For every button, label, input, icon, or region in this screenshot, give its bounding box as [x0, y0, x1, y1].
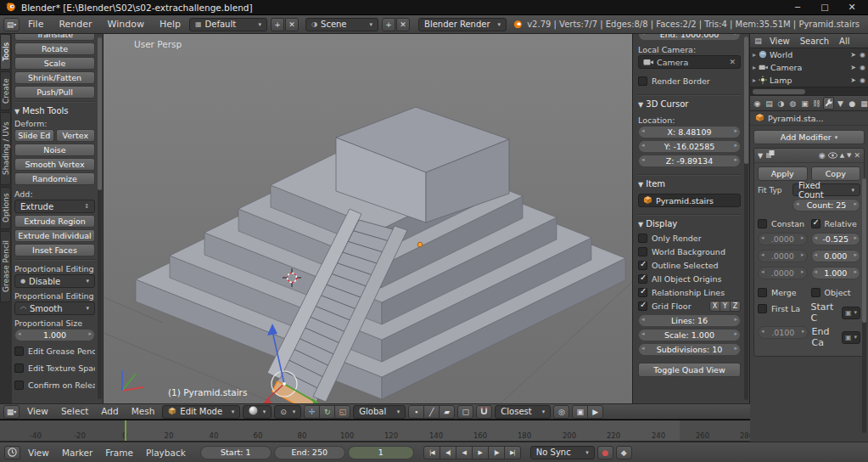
sync-mode-select[interactable]: No Sync▾	[530, 446, 595, 459]
mode-select[interactable]: Edit Mode▾	[162, 405, 240, 419]
relative-y-field[interactable]: 0.000	[811, 250, 861, 262]
add-layout-button[interactable]: +	[271, 18, 284, 31]
relative-z-field[interactable]: 1.000	[811, 267, 861, 279]
outliner-scrollbar[interactable]	[750, 87, 868, 95]
menu-file[interactable]: File	[21, 16, 50, 33]
mesh-tools-panel-header[interactable]: ▼ Mesh Tools	[14, 105, 95, 118]
rotate-manipulator-icon[interactable]: ↻	[319, 405, 335, 419]
collapse-icon[interactable]: ▼	[758, 152, 763, 160]
delete-scene-button[interactable]: ✕	[396, 18, 410, 31]
render-visibility-icon[interactable]: ◉	[819, 151, 826, 160]
view3d-menu-mesh[interactable]: Mesh	[126, 404, 160, 419]
next-keyframe-button[interactable]: |▶	[488, 446, 505, 459]
relationship-lines-checkbox[interactable]: Relationship Lines	[638, 285, 741, 299]
minimize-button[interactable]: ─	[787, 1, 809, 14]
editor-type-icon[interactable]: ▤▾	[3, 18, 20, 31]
checkbox[interactable]	[638, 76, 647, 86]
noise-button[interactable]: Noise	[14, 144, 95, 156]
render-engine-select[interactable]: Blender Render▾	[418, 18, 507, 31]
modifier-panel-header[interactable]: ▼ ◉ ▲ ▼ ✕	[754, 149, 864, 163]
inset-faces-button[interactable]: Inset Faces	[14, 244, 95, 256]
outliner-item-lamp[interactable]: ▸ Lamp ➤◉	[750, 74, 868, 87]
tab-material[interactable]: ●	[847, 97, 858, 110]
menu-window[interactable]: Window	[101, 16, 151, 33]
select-icon[interactable]: ➤	[850, 76, 856, 84]
menu-render[interactable]: Render	[52, 16, 98, 33]
scale-manipulator-icon[interactable]: ◱	[334, 405, 350, 419]
frame-end-field[interactable]: End:250	[274, 446, 345, 459]
scale-button[interactable]: Scale	[14, 57, 95, 70]
expand-icon[interactable]: ▸	[753, 51, 756, 59]
constant-x-field[interactable]: .0000	[758, 233, 808, 245]
tab-constraints[interactable]: ⛓	[811, 97, 822, 110]
vertex-select-icon[interactable]: ∙	[408, 405, 424, 419]
frame-start-field[interactable]: Start:1	[200, 446, 272, 459]
confirm-on-release-checkbox[interactable]: Confirm on Release	[14, 378, 95, 392]
delete-modifier-icon[interactable]: ✕	[854, 151, 860, 160]
timeline-menu-frame[interactable]: Frame	[100, 445, 138, 460]
count-field[interactable]: Count:25	[792, 199, 860, 211]
breadcrumb-object-name[interactable]: Pyramid.sta...	[768, 114, 824, 123]
snap-element-select[interactable]: Closest▾	[495, 405, 551, 419]
timeline-menu-marker[interactable]: Marker	[57, 445, 98, 460]
checkbox[interactable]	[14, 346, 24, 356]
copy-button[interactable]: Copy	[811, 166, 861, 181]
render-toggle-icon[interactable]: ◉	[860, 76, 865, 84]
prev-keyframe-button[interactable]: ◀|	[440, 446, 456, 459]
checkbox[interactable]	[14, 363, 24, 373]
proportional-falloff-select[interactable]: ◠ Smooth▾	[14, 301, 95, 315]
proportional-size-field[interactable]: 1.000	[14, 329, 95, 341]
outliner-editor-icon[interactable]: ▤	[753, 35, 764, 48]
tab-modifiers[interactable]	[823, 97, 834, 110]
cursor-z-field[interactable]: Z:-9.89134	[638, 155, 741, 167]
tab-options[interactable]: Options	[0, 187, 11, 229]
expand-icon[interactable]: ▸	[753, 76, 756, 84]
first-last-checkbox[interactable]: First La	[758, 301, 808, 315]
timeline-menu-playback[interactable]: Playback	[141, 445, 191, 460]
extrude-individual-button[interactable]: Extrude Individual	[14, 229, 95, 242]
current-frame-field[interactable]: 1	[348, 446, 414, 459]
extrude-menu[interactable]: Extrude↕	[14, 200, 95, 213]
select-icon[interactable]: ➤	[850, 64, 856, 71]
grid-axis-toggles[interactable]: X Y Z	[709, 301, 741, 312]
eye-icon[interactable]	[828, 150, 837, 161]
only-render-checkbox[interactable]: Only Render	[638, 231, 741, 245]
pivot-point-select[interactable]: ⊙▾	[274, 405, 301, 419]
add-modifier-select[interactable]: Add Modifier▾	[753, 130, 865, 144]
toggle-quad-view-button[interactable]: Toggle Quad View	[638, 363, 741, 377]
outliner-menu-search[interactable]: Search	[796, 35, 833, 48]
tab-tools[interactable]: Tools	[0, 34, 11, 70]
add-scene-button[interactable]: +	[382, 18, 395, 31]
n-panel-scrollbar[interactable]	[744, 37, 748, 400]
constant-z-field[interactable]: .0000	[758, 267, 808, 279]
object-offset-checkbox[interactable]: Object	[811, 285, 861, 299]
timeline-ruler[interactable]: -40 -20 0 20 40 60 80 100 120 140 160 18…	[0, 420, 750, 442]
opengl-render-icon[interactable]: ▣	[572, 405, 588, 419]
edge-select-icon[interactable]: ╱	[423, 405, 440, 419]
screen-layout-select[interactable]: ▦ Default▾	[189, 18, 267, 31]
maximize-button[interactable]: □	[814, 1, 836, 14]
limit-to-visible-icon[interactable]: ▢	[457, 405, 473, 419]
start-cap-field[interactable]: ▣▾	[842, 307, 860, 319]
camera-id-field[interactable]: Camera✕	[638, 55, 741, 69]
edit-grease-pencil-checkbox[interactable]: Edit Grease Pencil	[14, 344, 95, 358]
expand-icon[interactable]: ▸	[753, 64, 756, 71]
scene-select[interactable]: ◑ Scene▾	[305, 18, 378, 31]
jump-to-end-button[interactable]: ▶|	[504, 446, 521, 459]
relative-offset-checkbox[interactable]: Relative	[811, 217, 861, 230]
3d-cursor-panel-header[interactable]: ▼ 3D Cursor	[638, 99, 741, 111]
tab-grease-pencil[interactable]: Grease Pencil	[0, 231, 11, 302]
current-frame-indicator[interactable]	[125, 420, 126, 442]
push-pull-button[interactable]: Push/Pull	[14, 86, 95, 99]
apply-button[interactable]: Apply	[758, 166, 808, 181]
proportional-editing-select[interactable]: ● Disable▾	[14, 274, 95, 288]
move-down-icon[interactable]: ▼	[847, 152, 851, 159]
randomize-button[interactable]: Randomize	[14, 172, 95, 185]
tab-create[interactable]: Create	[0, 71, 11, 110]
fit-type-select[interactable]: Fixed Count▾	[792, 183, 860, 196]
editor-type-3d-icon[interactable]: ▦▾	[3, 405, 20, 419]
snap-magnet-icon[interactable]	[476, 405, 492, 419]
tab-scene[interactable]: ◑	[776, 97, 787, 110]
smooth-vertex-button[interactable]: Smooth Vertex	[14, 158, 95, 171]
tab-render-layers[interactable]: ▤	[764, 97, 775, 110]
